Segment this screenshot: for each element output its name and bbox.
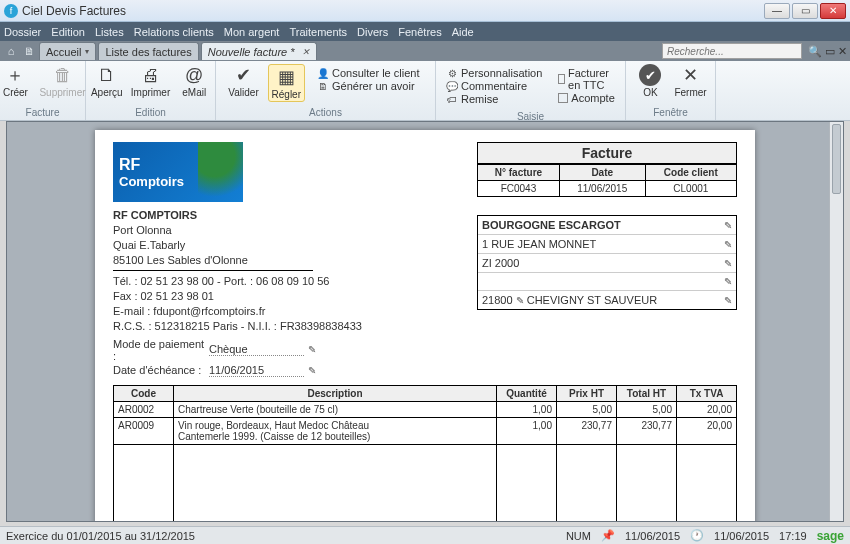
invoice-title: Facture: [477, 142, 737, 164]
client-zip[interactable]: 21800: [482, 294, 513, 306]
pencil-icon[interactable]: ✎: [724, 239, 732, 250]
email-button[interactable]: @eMail: [178, 64, 210, 98]
company-tel: Tél. : 02 51 23 98 00 - Port. : 06 08 09…: [113, 274, 362, 289]
menu-traitements[interactable]: Traitements: [289, 26, 347, 38]
close-button[interactable]: ✕: [820, 3, 846, 19]
company-name: RF COMPTOIRS: [113, 208, 362, 223]
commentaire-link[interactable]: 💬Commentaire: [446, 80, 542, 92]
hdr-date: Date: [559, 165, 645, 181]
company-addr2: Quai E.Tabarly: [113, 238, 362, 253]
logo-text-sub: Comptoirs: [119, 174, 243, 189]
menu-relations[interactable]: Relations clients: [134, 26, 214, 38]
gear-icon: ⚙: [446, 67, 458, 79]
scrollbar-thumb[interactable]: [832, 124, 841, 194]
pencil-icon[interactable]: ✎: [516, 295, 524, 306]
status-bar: Exercice du 01/01/2015 au 31/12/2015 NUM…: [0, 526, 850, 544]
at-icon: @: [183, 64, 205, 86]
check-icon: ✔: [233, 64, 255, 86]
tab-accueil[interactable]: Accueil▾: [39, 42, 96, 60]
trash-icon: 🗑: [52, 64, 74, 86]
restore-icon[interactable]: ▭: [825, 45, 835, 58]
menu-edition[interactable]: Edition: [51, 26, 85, 38]
company-email: E-mail : fdupont@rfcomptoirs.fr: [113, 304, 362, 319]
menu-divers[interactable]: Divers: [357, 26, 388, 38]
new-doc-icon[interactable]: 🗎: [21, 43, 37, 59]
menu-dossier[interactable]: Dossier: [4, 26, 41, 38]
tab-bar: ⌂ 🗎 Accueil▾ Liste des factures Nouvelle…: [0, 41, 850, 61]
tab-liste-label: Liste des factures: [105, 46, 191, 58]
menu-argent[interactable]: Mon argent: [224, 26, 280, 38]
duedate-value[interactable]: 11/06/2015: [209, 364, 304, 377]
close-workspace-icon[interactable]: ✕: [838, 45, 847, 58]
group-facture-label: Facture: [0, 107, 85, 120]
val-numero: FC0043: [478, 181, 560, 197]
apercu-button[interactable]: 🗋Aperçu: [91, 64, 123, 98]
person-icon: 👤: [317, 67, 329, 79]
pencil-icon[interactable]: ✎: [724, 276, 732, 287]
maximize-button[interactable]: ▭: [792, 3, 818, 19]
checkbox-icon: [558, 74, 565, 84]
menu-aide[interactable]: Aide: [452, 26, 474, 38]
ok-button[interactable]: ✔OK: [634, 64, 666, 98]
workspace: RF Comptoirs RF COMPTOIRS Port Olonna Qu…: [6, 121, 844, 522]
vertical-scrollbar[interactable]: [829, 122, 843, 521]
consulter-client-link[interactable]: 👤Consulter le client: [317, 67, 419, 79]
pencil-icon[interactable]: ✎: [724, 258, 732, 269]
duedate-label: Date d'échéance :: [113, 364, 205, 376]
client-addr2[interactable]: ZI 2000: [482, 257, 519, 269]
search-icon[interactable]: 🔍: [808, 45, 822, 58]
tab-liste-factures[interactable]: Liste des factures: [98, 42, 198, 60]
paymode-value[interactable]: Chèque: [209, 343, 304, 356]
menu-listes[interactable]: Listes: [95, 26, 124, 38]
personnalisation-link[interactable]: ⚙Personnalisation: [446, 67, 542, 79]
company-block: RF COMPTOIRS Port Olonna Quai E.Tabarly …: [113, 208, 362, 334]
creer-button[interactable]: ＋Créer: [0, 64, 31, 98]
facturer-ttc-check[interactable]: Facturer en TTC: [558, 67, 615, 91]
tab-close-icon[interactable]: ✕: [302, 47, 310, 57]
imprimer-button[interactable]: 🖨Imprimer: [131, 64, 170, 98]
col-desc: Description: [174, 385, 497, 401]
company-fax: Fax : 02 51 23 98 01: [113, 289, 362, 304]
pencil-icon[interactable]: ✎: [724, 295, 732, 306]
menu-fenetres[interactable]: Fenêtres: [398, 26, 441, 38]
status-num: NUM: [566, 530, 591, 542]
regler-button[interactable]: ▦Régler: [268, 64, 305, 102]
col-code: Code: [114, 385, 174, 401]
sage-logo: sage: [817, 529, 844, 543]
company-addr3: 85100 Les Sables d'Olonne: [113, 253, 362, 268]
status-time: 17:19: [779, 530, 807, 542]
supprimer-button[interactable]: 🗑Supprimer: [39, 64, 85, 98]
group-edition-label: Edition: [86, 107, 215, 120]
generer-avoir-link[interactable]: 🗎Générer un avoir: [317, 80, 419, 92]
printer-icon: 🖨: [140, 64, 162, 86]
table-row[interactable]: AR0009 Vin rouge, Bordeaux, Haut Medoc C…: [114, 417, 737, 444]
checkbox-icon: [558, 93, 568, 103]
ok-circle-icon: ✔: [639, 64, 661, 86]
remise-link[interactable]: 🏷Remise: [446, 93, 542, 105]
table-row[interactable]: AR0002 Chartreuse Verte (bouteille de 75…: [114, 401, 737, 417]
lines-table[interactable]: Code Description Quantité Prix HT Total …: [113, 385, 737, 522]
chevron-down-icon: ▾: [85, 47, 89, 56]
fermer-button[interactable]: ✕Fermer: [674, 64, 706, 98]
pin-icon: 📌: [601, 529, 615, 542]
pencil-icon[interactable]: ✎: [724, 220, 732, 231]
close-icon: ✕: [679, 64, 701, 86]
pencil-icon[interactable]: ✎: [308, 344, 316, 355]
client-city[interactable]: CHEVIGNY ST SAUVEUR: [527, 294, 657, 306]
pencil-icon[interactable]: ✎: [308, 365, 316, 376]
search-input[interactable]: [662, 43, 802, 59]
home-icon[interactable]: ⌂: [3, 43, 19, 59]
tab-nouvelle-facture[interactable]: Nouvelle facture *✕: [201, 42, 317, 60]
acompte-check[interactable]: Acompte: [558, 92, 615, 104]
invoice-page: RF Comptoirs RF COMPTOIRS Port Olonna Qu…: [95, 130, 755, 522]
col-prix: Prix HT: [557, 385, 617, 401]
table-row[interactable]: [114, 444, 737, 522]
status-date: 11/06/2015: [625, 530, 680, 542]
comment-icon: 💬: [446, 80, 458, 92]
client-addr1[interactable]: 1 RUE JEAN MONNET: [482, 238, 596, 250]
minimize-button[interactable]: —: [764, 3, 790, 19]
col-tva: Tx TVA: [677, 385, 737, 401]
client-name[interactable]: BOURGOGNE ESCARGOT: [482, 219, 621, 231]
group-fenetre-label: Fenêtre: [626, 107, 715, 120]
valider-button[interactable]: ✔Valider: [228, 64, 260, 98]
